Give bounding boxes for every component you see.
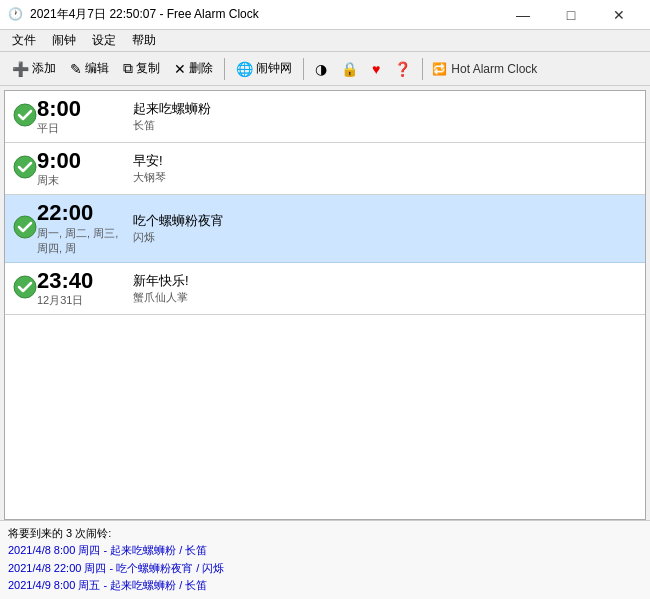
alarm-network-label: 闹钟网 <box>256 60 292 77</box>
alarm-info: 吃个螺蛳粉夜宵闪烁 <box>127 212 637 245</box>
copy-label: 复制 <box>136 60 160 77</box>
separator-3 <box>422 58 423 80</box>
minimize-button[interactable]: — <box>500 0 546 30</box>
window-controls: — □ ✕ <box>500 0 642 30</box>
alarm-info: 新年快乐!蟹爪仙人掌 <box>127 272 637 305</box>
lock-button[interactable]: 🔒 <box>335 55 364 83</box>
svg-point-0 <box>14 104 36 126</box>
alarm-time: 23:40 <box>37 269 127 293</box>
heart-button[interactable]: ♥ <box>366 55 386 83</box>
alarm-sound: 蟹爪仙人掌 <box>133 290 637 305</box>
contrast-icon: ◑ <box>315 61 327 77</box>
add-icon: ➕ <box>12 61 29 77</box>
alarm-row[interactable]: 23:4012月31日新年快乐!蟹爪仙人掌 <box>5 263 645 315</box>
help-icon: ❓ <box>394 61 411 77</box>
status-line-2: 2021/4/8 22:00 周四 - 吃个螺蛳粉夜宵 / 闪烁 <box>8 560 642 578</box>
toolbar: ➕ 添加 ✎ 编辑 ⧉ 复制 ✕ 删除 🌐 闹钟网 ◑ 🔒 ♥ ❓ 🔁 Hot … <box>0 52 650 86</box>
alarm-info: 起来吃螺蛳粉长笛 <box>127 100 637 133</box>
edit-button[interactable]: ✎ 编辑 <box>64 55 115 83</box>
alarm-check-icon <box>13 275 37 302</box>
status-line-1: 2021/4/8 8:00 周四 - 起来吃螺蛳粉 / 长笛 <box>8 542 642 560</box>
delete-icon: ✕ <box>174 61 186 77</box>
alarm-row[interactable]: 22:00周一, 周二, 周三, 周四, 周吃个螺蛳粉夜宵闪烁 <box>5 195 645 262</box>
alarm-schedule: 周一, 周二, 周三, 周四, 周 <box>37 226 127 256</box>
edit-icon: ✎ <box>70 61 82 77</box>
alarm-time-block: 8:00平日 <box>37 97 127 136</box>
alarm-list-container: 8:00平日起来吃螺蛳粉长笛 9:00周末早安!大钢琴 22:00周一, 周二,… <box>4 90 646 520</box>
lock-icon: 🔒 <box>341 61 358 77</box>
menu-help[interactable]: 帮助 <box>124 30 164 51</box>
edit-label: 编辑 <box>85 60 109 77</box>
alarm-schedule: 平日 <box>37 121 127 136</box>
svg-point-2 <box>14 216 36 238</box>
alarm-time: 22:00 <box>37 201 127 225</box>
help-button[interactable]: ❓ <box>388 55 417 83</box>
alarm-info: 早安!大钢琴 <box>127 152 637 185</box>
hot-alarm-brand: 🔁 Hot Alarm Clock <box>432 62 537 76</box>
theme-button[interactable]: ◑ <box>309 55 333 83</box>
alarm-name: 新年快乐! <box>133 272 637 290</box>
delete-button[interactable]: ✕ 删除 <box>168 55 219 83</box>
alarm-name: 早安! <box>133 152 637 170</box>
alarm-check-icon <box>13 155 37 182</box>
alarm-row[interactable]: 8:00平日起来吃螺蛳粉长笛 <box>5 91 645 143</box>
separator-1 <box>224 58 225 80</box>
status-bar: 将要到来的 3 次闹铃: 2021/4/8 8:00 周四 - 起来吃螺蛳粉 /… <box>0 520 650 599</box>
alarm-list: 8:00平日起来吃螺蛳粉长笛 9:00周末早安!大钢琴 22:00周一, 周二,… <box>5 91 645 315</box>
alarm-time: 8:00 <box>37 97 127 121</box>
title-bar: 🕐 2021年4月7日 22:50:07 - Free Alarm Clock … <box>0 0 650 30</box>
svg-point-1 <box>14 156 36 178</box>
close-button[interactable]: ✕ <box>596 0 642 30</box>
globe-icon: 🌐 <box>236 61 253 77</box>
app-icon: 🕐 <box>8 7 24 23</box>
add-button[interactable]: ➕ 添加 <box>6 55 62 83</box>
separator-2 <box>303 58 304 80</box>
alarm-time: 9:00 <box>37 149 127 173</box>
delete-label: 删除 <box>189 60 213 77</box>
alarm-sound: 闪烁 <box>133 230 637 245</box>
alarm-sound: 长笛 <box>133 118 637 133</box>
add-label: 添加 <box>32 60 56 77</box>
menu-alarm[interactable]: 闹钟 <box>44 30 84 51</box>
alarm-row[interactable]: 9:00周末早安!大钢琴 <box>5 143 645 195</box>
menu-bar: 文件 闹钟 设定 帮助 <box>0 30 650 52</box>
menu-file[interactable]: 文件 <box>4 30 44 51</box>
svg-point-3 <box>14 276 36 298</box>
hot-alarm-label: Hot Alarm Clock <box>451 62 537 76</box>
alarm-time-block: 9:00周末 <box>37 149 127 188</box>
alarm-schedule: 12月31日 <box>37 293 127 308</box>
heart-icon: ♥ <box>372 61 380 77</box>
hot-alarm-icon: 🔁 <box>432 62 447 76</box>
alarm-name: 吃个螺蛳粉夜宵 <box>133 212 637 230</box>
copy-button[interactable]: ⧉ 复制 <box>117 55 166 83</box>
window-title: 2021年4月7日 22:50:07 - Free Alarm Clock <box>30 6 500 23</box>
status-header: 将要到来的 3 次闹铃: <box>8 525 642 543</box>
alarm-check-icon <box>13 103 37 130</box>
alarm-schedule: 周末 <box>37 173 127 188</box>
copy-icon: ⧉ <box>123 60 133 77</box>
alarm-time-block: 23:4012月31日 <box>37 269 127 308</box>
alarm-sound: 大钢琴 <box>133 170 637 185</box>
alarm-name: 起来吃螺蛳粉 <box>133 100 637 118</box>
menu-settings[interactable]: 设定 <box>84 30 124 51</box>
status-line-3: 2021/4/9 8:00 周五 - 起来吃螺蛳粉 / 长笛 <box>8 577 642 595</box>
maximize-button[interactable]: □ <box>548 0 594 30</box>
alarm-network-button[interactable]: 🌐 闹钟网 <box>230 55 298 83</box>
alarm-time-block: 22:00周一, 周二, 周三, 周四, 周 <box>37 201 127 255</box>
alarm-check-icon <box>13 215 37 242</box>
